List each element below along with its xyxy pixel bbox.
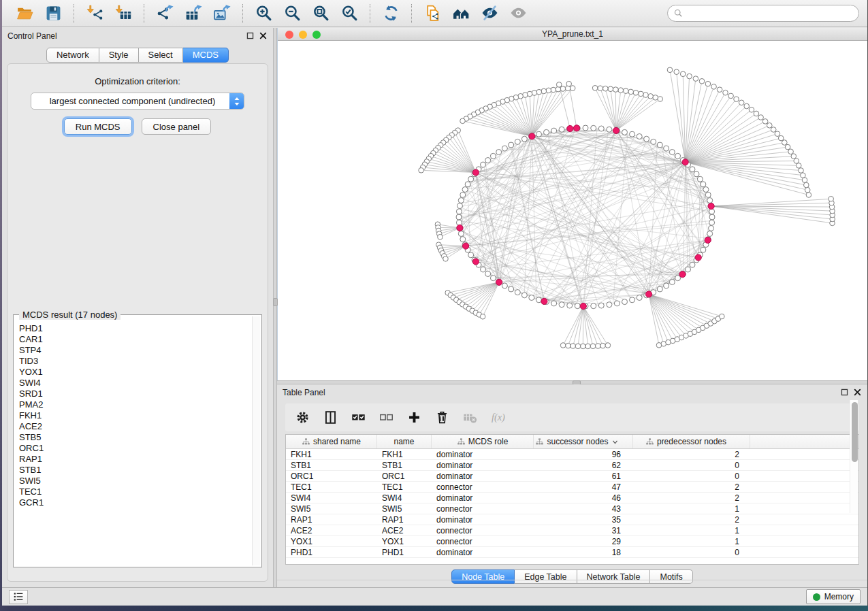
table-cell: SWI5 bbox=[377, 504, 432, 514]
show-all-icon bbox=[509, 4, 528, 23]
table-cell: ORC1 bbox=[377, 472, 432, 481]
criterion-select-value: largest connected component (undirected) bbox=[31, 96, 229, 106]
table-cell: dominator bbox=[432, 472, 534, 481]
search-input[interactable] bbox=[687, 9, 853, 18]
mcds-result-item[interactable]: STB1 bbox=[16, 465, 251, 476]
memory-button[interactable]: Memory bbox=[806, 589, 861, 604]
table-cell: TEC1 bbox=[286, 482, 377, 492]
mcds-tab-panel: Optimization criterion: largest connecte… bbox=[7, 63, 268, 582]
node-table-header: shared namenameMCDS rolesuccessor nodesp… bbox=[286, 435, 858, 449]
run-mcds-button[interactable]: Run MCDS bbox=[64, 118, 132, 135]
column-view-icon[interactable] bbox=[323, 410, 338, 425]
column-header-predecessor-nodes[interactable]: predecessor nodes bbox=[633, 435, 750, 448]
float-panel-icon[interactable] bbox=[840, 388, 849, 397]
save-session-icon[interactable] bbox=[44, 4, 63, 23]
mcds-result-item[interactable]: CAR1 bbox=[16, 334, 251, 345]
application-window: Control Panel NetworkStyleSelectMCDS Opt… bbox=[2, 0, 868, 606]
mcds-result-item[interactable]: STB5 bbox=[16, 432, 251, 443]
table-cell: TEC1 bbox=[377, 482, 432, 492]
table-settings-icon[interactable] bbox=[295, 410, 310, 425]
clone-network-icon[interactable] bbox=[423, 4, 442, 23]
export-table-icon[interactable] bbox=[184, 4, 203, 23]
mcds-result-item[interactable]: ORC1 bbox=[16, 443, 251, 454]
export-image-icon[interactable] bbox=[212, 4, 231, 23]
delete-column-icon[interactable] bbox=[434, 410, 449, 425]
mcds-result-item[interactable]: PHD1 bbox=[16, 323, 251, 334]
refresh-layout-icon[interactable] bbox=[381, 4, 400, 23]
add-column-icon[interactable] bbox=[406, 410, 421, 425]
mcds-result-item[interactable]: SWI5 bbox=[16, 476, 251, 486]
select-all-icon[interactable] bbox=[351, 410, 366, 425]
close-panel-icon[interactable] bbox=[259, 31, 268, 40]
table-row[interactable]: SWI5SWI5connector431 bbox=[286, 503, 858, 514]
open-file-icon[interactable] bbox=[15, 4, 34, 23]
zoom-out-icon[interactable] bbox=[283, 4, 302, 23]
table-row[interactable]: RAP1RAP1dominator352 bbox=[286, 514, 858, 525]
zoom-in-icon[interactable] bbox=[254, 4, 273, 23]
search-icon bbox=[673, 8, 684, 18]
table-cell: ACE2 bbox=[377, 526, 432, 535]
table-cell: 62 bbox=[534, 461, 633, 470]
mcds-result-item[interactable]: YOX1 bbox=[16, 367, 251, 378]
import-table-icon[interactable] bbox=[114, 4, 133, 23]
close-panel-icon[interactable] bbox=[853, 388, 862, 397]
column-header-shared-name[interactable]: shared name bbox=[286, 435, 377, 448]
table-row[interactable]: STB1STB1dominator620 bbox=[286, 460, 858, 471]
mcds-result-item[interactable]: GCR1 bbox=[16, 497, 251, 508]
tab-mcds[interactable]: MCDS bbox=[183, 48, 229, 63]
network-canvas[interactable] bbox=[278, 41, 867, 380]
column-header-successor-nodes[interactable]: successor nodes bbox=[534, 435, 633, 448]
mcds-result-item[interactable]: RAP1 bbox=[16, 454, 251, 465]
table-cell: dominator bbox=[432, 493, 534, 503]
window-minimize-icon[interactable] bbox=[299, 31, 307, 39]
table-scrollbar-thumb[interactable] bbox=[852, 402, 858, 462]
panel-menu-button[interactable] bbox=[9, 590, 28, 604]
table-cell: 1 bbox=[633, 537, 750, 546]
mcds-result-item[interactable]: PMA2 bbox=[16, 399, 251, 410]
table-scrollbar[interactable] bbox=[850, 400, 858, 513]
tab-select[interactable]: Select bbox=[139, 48, 183, 63]
table-row[interactable]: YOX1YOX1connector291 bbox=[286, 536, 858, 547]
search-box[interactable] bbox=[667, 5, 859, 22]
float-panel-icon[interactable] bbox=[246, 31, 255, 40]
column-header-name[interactable]: name bbox=[377, 435, 432, 448]
table-cell: PHD1 bbox=[286, 548, 377, 557]
zoom-fit-icon[interactable] bbox=[311, 4, 330, 23]
table-row[interactable]: ACE2ACE2connector311 bbox=[286, 525, 858, 536]
table-cell: 43 bbox=[534, 504, 633, 514]
zoom-selected-icon[interactable] bbox=[340, 4, 359, 23]
import-network-icon[interactable] bbox=[85, 4, 104, 23]
window-close-icon[interactable] bbox=[285, 31, 293, 39]
column-header-MCDS-role[interactable]: MCDS role bbox=[432, 435, 534, 448]
mcds-result-item[interactable]: STP4 bbox=[16, 345, 251, 356]
column-header-label: shared name bbox=[313, 437, 361, 446]
table-row[interactable]: SWI4SWI4dominator462 bbox=[286, 493, 858, 503]
table-row[interactable]: ORC1ORC1dominator610 bbox=[286, 471, 858, 482]
table-cell: 47 bbox=[534, 482, 633, 492]
mcds-result-item[interactable]: FKH1 bbox=[16, 410, 251, 421]
hide-selected-icon[interactable] bbox=[480, 4, 499, 23]
table-row[interactable]: FKH1FKH1dominator962 bbox=[286, 449, 858, 460]
deselect-all-icon[interactable] bbox=[379, 410, 393, 425]
export-network-icon[interactable] bbox=[155, 4, 174, 23]
table-cell: RAP1 bbox=[286, 515, 377, 525]
window-zoom-icon[interactable] bbox=[312, 31, 321, 39]
mcds-result-item[interactable]: ACE2 bbox=[16, 421, 251, 432]
close-panel-button[interactable]: Close panel bbox=[142, 118, 212, 135]
first-neighbors-icon[interactable] bbox=[451, 4, 470, 23]
table-cell: 29 bbox=[534, 537, 633, 546]
network-graph[interactable] bbox=[278, 41, 867, 379]
criterion-select[interactable]: largest connected component (undirected) bbox=[31, 93, 244, 110]
mcds-result-scrollbar[interactable] bbox=[252, 316, 260, 565]
mcds-result-item[interactable]: SRD1 bbox=[16, 389, 251, 399]
mcds-result-item[interactable]: SWI4 bbox=[16, 378, 251, 389]
tab-style[interactable]: Style bbox=[99, 48, 139, 63]
vertical-splitter-grip[interactable] bbox=[273, 298, 278, 306]
mcds-result-item[interactable]: TEC1 bbox=[16, 486, 251, 497]
table-row[interactable]: PHD1PHD1dominator180 bbox=[286, 547, 858, 558]
tab-network[interactable]: Network bbox=[46, 48, 99, 63]
mcds-result-item[interactable]: TID3 bbox=[16, 356, 251, 367]
select-stepper-icon bbox=[229, 93, 244, 110]
mcds-result-list: PHD1CAR1STP4TID3YOX1SWI4SRD1PMA2FKH1ACE2… bbox=[16, 317, 251, 565]
table-row[interactable]: TEC1TEC1connector472 bbox=[286, 482, 858, 493]
